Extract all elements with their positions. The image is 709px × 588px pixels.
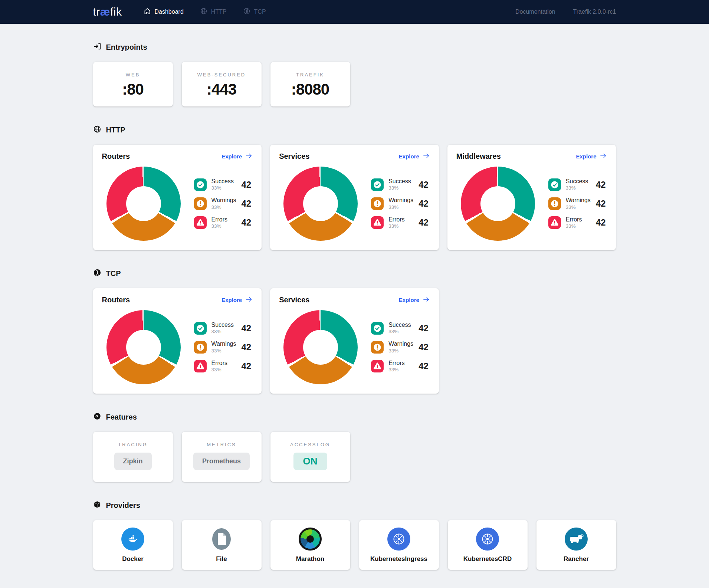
explore-label: Explore <box>399 297 419 303</box>
legend-value: 42 <box>418 342 430 352</box>
http-middlewares-card: Middlewares Explore Success33% 42 <box>447 145 616 250</box>
nav-item-http[interactable]: HTTP <box>200 7 227 16</box>
logo-text: tr <box>93 6 100 18</box>
features-icon <box>93 412 101 422</box>
nav-item-tcp[interactable]: TCP <box>243 7 266 16</box>
entrypoints-section-header: Entrypoints <box>93 42 616 52</box>
legend-percent: 33% <box>566 224 582 229</box>
legend-label: Warnings <box>566 197 591 204</box>
legend-percent: 33% <box>566 185 588 191</box>
features-cards: TRACING Zipkin METRICS Prometheus ACCESS… <box>93 432 616 482</box>
card-title: Services <box>279 296 309 304</box>
card-title: Services <box>279 152 309 161</box>
version-label: Traefik 2.0.0-rc1 <box>573 9 616 15</box>
http-routers-card: Routers Explore Success33% 42 Warn <box>93 145 262 250</box>
legend-row-errors: Errors33% 42 <box>194 360 253 373</box>
feature-on-badge: ON <box>293 453 327 470</box>
cube-icon <box>93 500 101 510</box>
legend-percent: 33% <box>211 205 236 210</box>
legend-value: 42 <box>241 217 253 228</box>
providers-section-header: Providers <box>93 500 616 510</box>
provider-card-rancher: Rancher <box>536 520 616 570</box>
error-icon <box>548 216 561 229</box>
legend-value: 42 <box>596 198 607 209</box>
home-icon <box>144 7 151 16</box>
explore-link[interactable]: Explore <box>399 296 430 304</box>
legend-row-errors: Errors33% 42 <box>194 216 253 229</box>
tcp-routers-card: Routers Explore Success33% 42 Warn <box>93 288 262 394</box>
kubernetes-icon <box>476 528 499 551</box>
arrow-right-icon <box>423 296 430 304</box>
legend-row-errors: Errors33% 42 <box>548 216 607 229</box>
entrypoint-port: :80 <box>93 81 173 98</box>
card-title: Routers <box>102 296 130 304</box>
error-icon <box>371 360 384 372</box>
arrow-right-icon <box>245 296 253 304</box>
legend-label: Warnings <box>211 197 236 204</box>
legend-label: Errors <box>388 360 405 367</box>
entrypoint-name: WEB <box>93 72 173 78</box>
legend-value: 42 <box>596 217 607 228</box>
nav-item-dashboard[interactable]: Dashboard <box>144 7 184 16</box>
explore-link[interactable]: Explore <box>399 152 430 161</box>
legend-label: Errors <box>566 216 582 223</box>
logo-ae: æ <box>100 6 110 18</box>
explore-label: Explore <box>221 153 242 160</box>
legend-label: Errors <box>211 360 228 367</box>
logo-text: fik <box>110 6 122 18</box>
card-title: Middlewares <box>456 152 501 161</box>
section-title: Entrypoints <box>106 43 147 52</box>
providers-cards: Docker File Marathon KubernetesIngress K… <box>93 520 616 570</box>
success-icon <box>548 178 561 191</box>
documentation-link[interactable]: Documentation <box>515 9 555 15</box>
explore-label: Explore <box>576 153 596 160</box>
legend-value: 42 <box>241 198 253 209</box>
nav-item-label: TCP <box>254 9 266 15</box>
legend-percent: 33% <box>388 224 405 229</box>
legend-label: Success <box>388 178 411 185</box>
legend-value: 42 <box>418 198 430 209</box>
legend-label: Success <box>566 178 588 185</box>
entrypoint-card-web-secured: WEB-SECURED :443 <box>182 62 262 106</box>
legend-row-warnings: Warnings33% 42 <box>371 197 430 210</box>
legend-percent: 33% <box>388 329 411 335</box>
section-title: HTTP <box>106 126 125 134</box>
legend-value: 42 <box>241 323 253 334</box>
provider-card-marathon: Marathon <box>270 520 350 570</box>
legend-label: Success <box>211 178 234 185</box>
feature-name: ACCESSLOG <box>270 442 350 447</box>
legend-label: Errors <box>211 216 228 223</box>
traefik-logo[interactable]: træfik <box>93 6 122 18</box>
success-icon <box>371 322 384 335</box>
card-title: Routers <box>102 152 130 161</box>
dashboard-content: Entrypoints WEB :80 WEB-SECURED :443 TRA… <box>93 42 616 587</box>
legend-value: 42 <box>418 323 430 334</box>
status-donut-chart <box>283 167 358 241</box>
legend-percent: 33% <box>211 224 228 229</box>
legend-label: Warnings <box>388 197 413 204</box>
legend-percent: 33% <box>566 205 591 210</box>
status-legend: Success33% 42 Warnings33% 42 Errors33% 4… <box>194 178 253 229</box>
file-icon <box>210 528 233 551</box>
explore-label: Explore <box>221 297 242 303</box>
feature-card-metrics: METRICS Prometheus <box>182 432 262 482</box>
status-donut-chart <box>283 310 358 384</box>
status-donut-chart <box>461 167 535 241</box>
arrow-right-icon <box>245 152 253 161</box>
legend-row-success: Success33% 42 <box>371 178 430 191</box>
warning-icon <box>194 341 207 354</box>
explore-link[interactable]: Explore <box>221 152 253 161</box>
top-nav: træfik Dashboard HTTP TCP <box>0 0 709 24</box>
feature-value-badge: Zipkin <box>114 453 152 470</box>
legend-row-warnings: Warnings33% 42 <box>194 341 253 354</box>
provider-card-docker: Docker <box>93 520 173 570</box>
http-section-header: HTTP <box>93 125 616 135</box>
warning-icon <box>371 341 384 354</box>
explore-link[interactable]: Explore <box>576 152 607 161</box>
error-icon <box>371 216 384 229</box>
explore-link[interactable]: Explore <box>221 296 253 304</box>
legend-row-success: Success33% 42 <box>548 178 607 191</box>
marathon-icon <box>299 528 322 551</box>
feature-card-tracing: TRACING Zipkin <box>93 432 173 482</box>
legend-value: 42 <box>418 180 430 190</box>
